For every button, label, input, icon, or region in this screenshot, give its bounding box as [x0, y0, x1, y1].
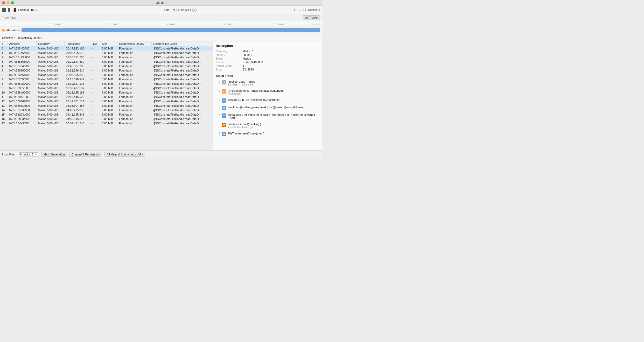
col-header-caller[interactable]: Responsible Caller: [152, 41, 213, 46]
cell-live: •: [90, 77, 100, 82]
run-text: Run 1 of 1 | 00:05:14: [164, 8, 191, 11]
add-icon[interactable]: +: [293, 8, 296, 12]
col-header-num[interactable]: #: [0, 41, 8, 46]
table-row[interactable]: 16 0x7fc58d53e000 Malloc 5,00 MiB 04:58.…: [0, 117, 213, 121]
stop-button[interactable]: [2, 8, 6, 12]
col-header-library[interactable]: Responsible Library: [117, 41, 152, 46]
cell-num: 17: [0, 121, 8, 126]
cell-caller: -[NSConcreteFileHandle readDataO...: [152, 46, 213, 51]
stack-item[interactable]: 5 O autoreleasepool(invoking:) libswiftO…: [216, 122, 319, 130]
minimize-button[interactable]: [6, 1, 10, 4]
desc-size-row: Size: 5242880: [216, 68, 319, 71]
stack-item[interactable]: 1 F -[NSConcreteFileHandle readDataOfLen…: [216, 88, 319, 96]
table-row[interactable]: 10 0x7fc588a60000 Malloc 5,00 MiB 03:13.…: [0, 90, 213, 95]
close-button[interactable]: [2, 1, 5, 4]
stats-bar: Statistics ▾ Malloc 5,00 MiB: [0, 34, 322, 41]
mark-generation-label: Mark Generation: [44, 153, 65, 156]
table-row[interactable]: 2 0x7fc58c13b000 Malloc 5,00 MiB 01:23.5…: [0, 55, 213, 60]
stack-item[interactable]: 2 U closure #1 in FileTracker.nextChunk(…: [216, 97, 319, 103]
cell-num: 1: [0, 51, 8, 55]
table-row[interactable]: 13 0x7fc58c63b000 Malloc 5,00 MiB 04:13.…: [0, 104, 213, 108]
track-filter-input[interactable]: [2, 16, 303, 19]
allocations-track: Allocations: [0, 26, 322, 34]
cell-num: 16: [0, 117, 8, 121]
cell-live: •: [90, 112, 100, 117]
table-row[interactable]: 11 0x7fc588f61000 Malloc 5,00 MiB 03:19.…: [0, 95, 213, 99]
duplicate-button[interactable]: Duplicate: [308, 8, 320, 11]
created-persistent-button[interactable]: Created & Persistent ▾: [69, 152, 102, 157]
filter-tag[interactable]: malloc 5 ✕: [18, 152, 39, 156]
stack-details: _malloc_zone_malloc libsystem_malloc.dyl…: [228, 80, 255, 86]
table-row[interactable]: 7 0x7fc58755f000 Malloc 5,00 MiB 02:25.3…: [0, 77, 213, 82]
table-row[interactable]: 17 0x7fc58da3f000 Malloc 5,00 MiB 05:04.…: [0, 121, 213, 126]
all-tracks-button[interactable]: All Tracks: [303, 15, 320, 20]
stack-details: partial apply for thunk for @callee_guar…: [228, 113, 318, 119]
cell-live: •: [90, 51, 100, 55]
split-icon[interactable]: ⊡: [298, 8, 301, 12]
cell-timestamp: 01:05.465.575: [65, 51, 90, 55]
device-selector[interactable]: 📱 iPhone 8 (15.5) ›: [12, 8, 39, 12]
cell-address: 0x7fc587b5e000: [8, 51, 37, 55]
table-row[interactable]: 1 0x7fc587b5e000 Malloc 5,00 MiB 01:05.4…: [0, 51, 213, 55]
table-row[interactable]: 4 0x7fc585e4e000 Malloc 5,00 MiB 01:46.3…: [0, 64, 213, 68]
stack-item[interactable]: 3 U thunk for @callee_guaranteed () -> (…: [216, 105, 319, 111]
col-header-size[interactable]: Size: [100, 41, 117, 46]
table-row[interactable]: 0 0x7fc59f400000 Malloc 5,00 MiB 00:47.9…: [0, 46, 213, 51]
cell-size: 5,00 MiB: [100, 77, 117, 82]
cell-caller: -[NSConcreteFileHandle readDataO...: [152, 95, 213, 99]
cell-address: 0x7fc58c63b000: [8, 104, 37, 108]
cell-timestamp: 04:20.235.955: [65, 108, 90, 112]
cell-size: 5,00 MiB: [100, 117, 117, 121]
stack-icon: U: [222, 106, 226, 110]
table-row[interactable]: 6 0x7fc586e61000 Malloc 5,00 MiB 02:08.5…: [0, 73, 213, 77]
table-header-row: # Address Category Timestamp Live Size R…: [0, 41, 213, 46]
stack-details: autoreleasepool(invoking:) libswiftObjec…: [228, 123, 261, 129]
table-row[interactable]: 3 0x7fc585668000 Malloc 5,00 MiB 01:29.8…: [0, 60, 213, 64]
cell-category: Malloc 5,00 MiB: [37, 51, 65, 55]
stack-fn: closure #1 in FileTracker.nextChunk(then…: [228, 98, 281, 101]
stack-icon: U: [222, 132, 226, 136]
cell-caller: -[NSConcreteFileHandle readDataO...: [152, 99, 213, 104]
sidebar-icon[interactable]: ⊟: [303, 8, 306, 12]
cell-live: •: [90, 90, 100, 95]
track-bar: [22, 28, 320, 32]
cell-caller: -[NSConcreteFileHandle readDataO...: [152, 68, 213, 73]
table-row[interactable]: 5 0x7fc586960000 Malloc 5,00 MiB 01:52.7…: [0, 68, 213, 73]
cell-category: Malloc 5,00 MiB: [37, 90, 65, 95]
col-header-live[interactable]: Live: [90, 41, 100, 46]
stack-num: 0: [217, 80, 220, 83]
col-header-category[interactable]: Category: [37, 41, 65, 46]
cell-caller: -[NSConcreteFileHandle readDataO...: [152, 55, 213, 60]
cell-library: Foundation: [117, 108, 152, 112]
table-container[interactable]: # Address Category Timestamp Live Size R…: [0, 41, 213, 150]
stack-item[interactable]: 4 U partial apply for thunk for @callee_…: [216, 112, 319, 120]
table-row[interactable]: 9 0x7fc58855f000 Malloc 5,00 MiB 02:50.4…: [0, 86, 213, 90]
cell-library: Foundation: [117, 104, 152, 108]
maximize-button[interactable]: [11, 1, 14, 4]
main-area: # Address Category Timestamp Live Size R…: [0, 41, 322, 150]
statistics-label[interactable]: Statistics ▾: [2, 36, 16, 39]
cell-caller: -[NSConcreteFileHandle readDataO...: [152, 51, 213, 55]
malloc-label: Malloc 5,00 MiB: [21, 36, 41, 39]
col-header-address[interactable]: Address: [8, 41, 37, 46]
pause-button[interactable]: [8, 8, 10, 12]
track-indicator: [2, 29, 5, 32]
right-panel: Description Category: Malloc 5 00 MiB: 0…: [213, 41, 322, 150]
table-row[interactable]: 12 0x7fc589462000 Malloc 5,00 MiB 03:42.…: [0, 99, 213, 104]
table-row[interactable]: 14 0x7fc58cb3c000 Malloc 5,00 MiB 04:20.…: [0, 108, 213, 112]
table-row[interactable]: 8 0x7fc58805e000 Malloc 5,00 MiB 02:32.5…: [0, 82, 213, 86]
filter-clear-icon[interactable]: ✕: [35, 153, 37, 156]
cell-live: •: [90, 86, 100, 90]
all-heap-button[interactable]: All Heap & Anonymous VM ▾: [104, 152, 145, 157]
info-button[interactable]: i: [192, 8, 197, 12]
table-row[interactable]: 15 0x7fc58d03d000 Malloc 5,00 MiB 04:41.…: [0, 112, 213, 117]
cell-category: Malloc 5,00 MiB: [37, 60, 65, 64]
stack-item[interactable]: 0 S _malloc_zone_malloc libsystem_malloc…: [216, 79, 319, 87]
cell-size: 5,00 MiB: [100, 104, 117, 108]
cell-caller: -[NSConcreteFileHandle readDataO...: [152, 60, 213, 64]
cell-address: 0x7fc585e4e000: [8, 64, 37, 68]
stack-item[interactable]: 6 U FileTracker.nextChunk(then:): [216, 131, 319, 137]
mark-generation-button[interactable]: Mark Generation: [41, 152, 67, 157]
col-header-timestamp[interactable]: Timestamp: [65, 41, 90, 46]
cell-category: Malloc 5,00 MiB: [37, 46, 65, 51]
